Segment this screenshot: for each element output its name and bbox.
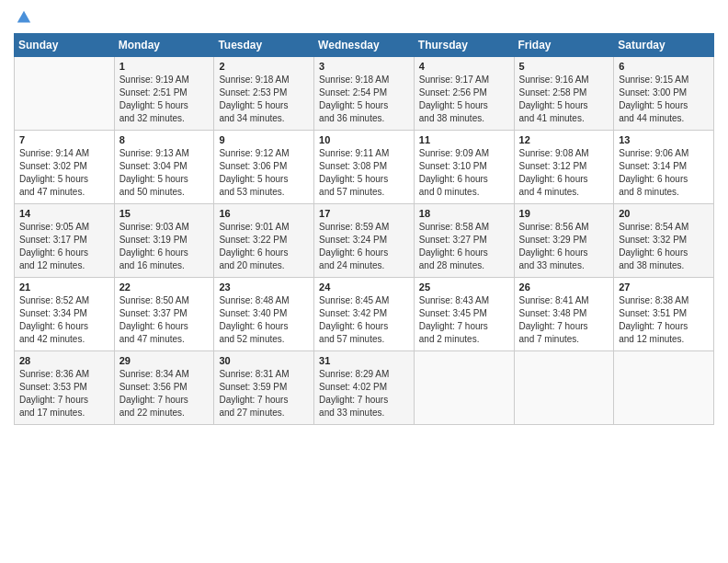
day-number: 26	[519, 282, 609, 293]
calendar-cell: 3Sunrise: 9:18 AMSunset: 2:54 PMDaylight…	[314, 57, 415, 131]
day-info: Sunrise: 9:05 AMSunset: 3:17 PMDaylight:…	[19, 221, 109, 272]
calendar-cell: 26Sunrise: 8:41 AMSunset: 3:48 PMDayligh…	[514, 278, 614, 351]
calendar-week-row: 1Sunrise: 9:19 AMSunset: 2:51 PMDaylight…	[15, 57, 714, 131]
day-header-tuesday: Tuesday	[214, 34, 314, 57]
day-info: Sunrise: 8:54 AMSunset: 3:32 PMDaylight:…	[619, 221, 709, 272]
day-number: 11	[419, 134, 509, 145]
calendar-cell	[414, 351, 514, 425]
logo	[14, 9, 33, 26]
calendar-page: SundayMondayTuesdayWednesdayThursdayFrid…	[0, 0, 728, 563]
day-info: Sunrise: 8:34 AMSunset: 3:56 PMDaylight:…	[119, 368, 210, 419]
calendar-cell: 15Sunrise: 9:03 AMSunset: 3:19 PMDayligh…	[114, 204, 214, 278]
calendar-cell: 22Sunrise: 8:50 AMSunset: 3:37 PMDayligh…	[114, 278, 214, 351]
calendar-cell	[614, 351, 714, 425]
day-info: Sunrise: 8:31 AMSunset: 3:59 PMDaylight:…	[219, 368, 309, 419]
day-header-sunday: Sunday	[15, 34, 115, 57]
day-number: 23	[219, 282, 309, 293]
day-info: Sunrise: 9:03 AMSunset: 3:19 PMDaylight:…	[119, 221, 210, 272]
day-info: Sunrise: 8:48 AMSunset: 3:40 PMDaylight:…	[219, 294, 309, 346]
calendar-week-row: 7Sunrise: 9:14 AMSunset: 3:02 PMDaylight…	[15, 131, 714, 204]
day-info: Sunrise: 8:43 AMSunset: 3:45 PMDaylight:…	[419, 294, 509, 346]
day-info: Sunrise: 9:09 AMSunset: 3:10 PMDaylight:…	[419, 147, 509, 199]
day-info: Sunrise: 9:17 AMSunset: 2:56 PMDaylight:…	[419, 74, 509, 125]
calendar-cell: 27Sunrise: 8:38 AMSunset: 3:51 PMDayligh…	[614, 278, 714, 351]
day-number: 9	[219, 134, 309, 145]
day-header-monday: Monday	[114, 34, 214, 57]
day-number: 15	[119, 208, 210, 219]
day-number: 18	[419, 208, 509, 219]
day-number: 21	[19, 282, 109, 293]
day-info: Sunrise: 8:36 AMSunset: 3:53 PMDaylight:…	[19, 368, 109, 419]
calendar-cell: 25Sunrise: 8:43 AMSunset: 3:45 PMDayligh…	[414, 278, 514, 351]
day-info: Sunrise: 9:12 AMSunset: 3:06 PMDaylight:…	[219, 147, 309, 199]
calendar-week-row: 28Sunrise: 8:36 AMSunset: 3:53 PMDayligh…	[15, 351, 714, 425]
day-number: 5	[519, 61, 609, 72]
day-info: Sunrise: 8:59 AMSunset: 3:24 PMDaylight:…	[319, 221, 409, 272]
calendar-cell: 18Sunrise: 8:58 AMSunset: 3:27 PMDayligh…	[414, 204, 514, 278]
calendar-week-row: 14Sunrise: 9:05 AMSunset: 3:17 PMDayligh…	[15, 204, 714, 278]
day-header-wednesday: Wednesday	[314, 34, 415, 57]
day-info: Sunrise: 8:58 AMSunset: 3:27 PMDaylight:…	[419, 221, 509, 272]
calendar-cell: 28Sunrise: 8:36 AMSunset: 3:53 PMDayligh…	[15, 351, 115, 425]
calendar-cell: 24Sunrise: 8:45 AMSunset: 3:42 PMDayligh…	[314, 278, 415, 351]
day-number: 1	[119, 61, 210, 72]
day-info: Sunrise: 9:18 AMSunset: 2:53 PMDaylight:…	[219, 74, 309, 125]
calendar-cell: 23Sunrise: 8:48 AMSunset: 3:40 PMDayligh…	[214, 278, 314, 351]
day-info: Sunrise: 9:14 AMSunset: 3:02 PMDaylight:…	[19, 147, 109, 199]
day-info: Sunrise: 9:06 AMSunset: 3:14 PMDaylight:…	[619, 147, 709, 199]
calendar-cell: 19Sunrise: 8:56 AMSunset: 3:29 PMDayligh…	[514, 204, 614, 278]
calendar-cell: 16Sunrise: 9:01 AMSunset: 3:22 PMDayligh…	[214, 204, 314, 278]
calendar-cell: 4Sunrise: 9:17 AMSunset: 2:56 PMDaylight…	[414, 57, 514, 131]
day-number: 19	[519, 208, 609, 219]
day-number: 4	[419, 61, 509, 72]
calendar-cell: 31Sunrise: 8:29 AMSunset: 4:02 PMDayligh…	[314, 351, 415, 425]
calendar-cell: 17Sunrise: 8:59 AMSunset: 3:24 PMDayligh…	[314, 204, 415, 278]
day-info: Sunrise: 8:56 AMSunset: 3:29 PMDaylight:…	[519, 221, 609, 272]
calendar-cell: 13Sunrise: 9:06 AMSunset: 3:14 PMDayligh…	[614, 131, 714, 204]
svg-marker-0	[17, 11, 30, 23]
logo-icon	[16, 9, 32, 26]
calendar-cell: 8Sunrise: 9:13 AMSunset: 3:04 PMDaylight…	[114, 131, 214, 204]
day-number: 13	[619, 134, 709, 145]
day-number: 28	[19, 355, 109, 366]
calendar-week-row: 21Sunrise: 8:52 AMSunset: 3:34 PMDayligh…	[15, 278, 714, 351]
day-number: 31	[319, 355, 409, 366]
calendar-cell	[514, 351, 614, 425]
calendar-cell: 2Sunrise: 9:18 AMSunset: 2:53 PMDaylight…	[214, 57, 314, 131]
day-info: Sunrise: 9:15 AMSunset: 3:00 PMDaylight:…	[619, 74, 709, 125]
calendar-cell: 10Sunrise: 9:11 AMSunset: 3:08 PMDayligh…	[314, 131, 415, 204]
day-info: Sunrise: 8:41 AMSunset: 3:48 PMDaylight:…	[519, 294, 609, 346]
header	[14, 9, 714, 26]
calendar-body: 1Sunrise: 9:19 AMSunset: 2:51 PMDaylight…	[15, 57, 714, 425]
day-header-friday: Friday	[514, 34, 614, 57]
calendar-cell	[15, 57, 115, 131]
calendar-cell: 7Sunrise: 9:14 AMSunset: 3:02 PMDaylight…	[15, 131, 115, 204]
day-header-thursday: Thursday	[414, 34, 514, 57]
calendar-cell: 30Sunrise: 8:31 AMSunset: 3:59 PMDayligh…	[214, 351, 314, 425]
day-header-saturday: Saturday	[614, 34, 714, 57]
calendar-cell: 6Sunrise: 9:15 AMSunset: 3:00 PMDaylight…	[614, 57, 714, 131]
calendar-table: SundayMondayTuesdayWednesdayThursdayFrid…	[14, 33, 714, 425]
day-info: Sunrise: 8:45 AMSunset: 3:42 PMDaylight:…	[319, 294, 409, 346]
day-number: 16	[219, 208, 309, 219]
calendar-cell: 9Sunrise: 9:12 AMSunset: 3:06 PMDaylight…	[214, 131, 314, 204]
calendar-cell: 20Sunrise: 8:54 AMSunset: 3:32 PMDayligh…	[614, 204, 714, 278]
calendar-cell: 12Sunrise: 9:08 AMSunset: 3:12 PMDayligh…	[514, 131, 614, 204]
day-info: Sunrise: 9:08 AMSunset: 3:12 PMDaylight:…	[519, 147, 609, 199]
day-number: 10	[319, 134, 409, 145]
day-number: 17	[319, 208, 409, 219]
day-number: 29	[119, 355, 210, 366]
day-info: Sunrise: 8:29 AMSunset: 4:02 PMDaylight:…	[319, 368, 409, 419]
day-number: 27	[619, 282, 709, 293]
calendar-header-row: SundayMondayTuesdayWednesdayThursdayFrid…	[15, 34, 714, 57]
calendar-cell: 1Sunrise: 9:19 AMSunset: 2:51 PMDaylight…	[114, 57, 214, 131]
day-number: 20	[619, 208, 709, 219]
day-info: Sunrise: 8:52 AMSunset: 3:34 PMDaylight:…	[19, 294, 109, 346]
day-info: Sunrise: 9:19 AMSunset: 2:51 PMDaylight:…	[119, 74, 210, 125]
day-number: 12	[519, 134, 609, 145]
day-number: 6	[619, 61, 709, 72]
day-info: Sunrise: 8:38 AMSunset: 3:51 PMDaylight:…	[619, 294, 709, 346]
day-number: 30	[219, 355, 309, 366]
day-info: Sunrise: 9:11 AMSunset: 3:08 PMDaylight:…	[319, 147, 409, 199]
day-number: 7	[19, 134, 109, 145]
